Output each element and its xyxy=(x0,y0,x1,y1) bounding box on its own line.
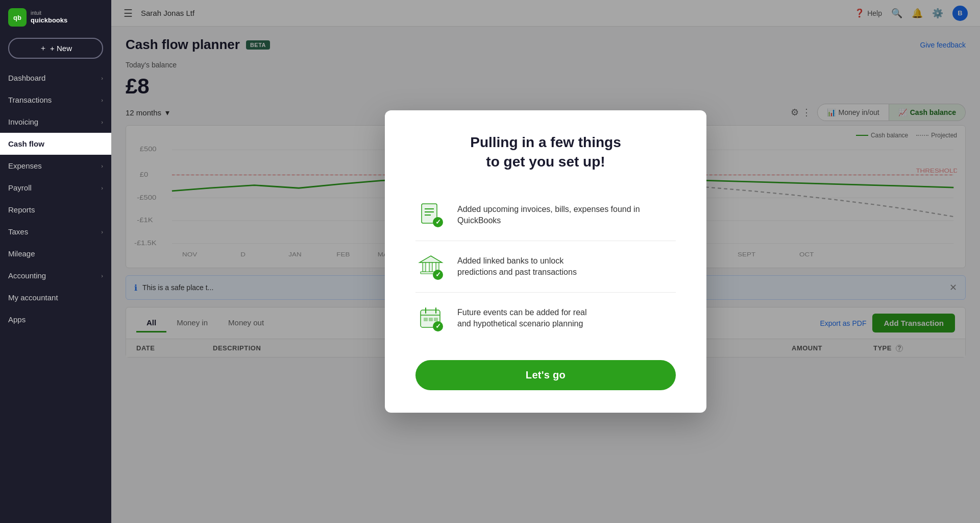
chevron-icon: › xyxy=(101,185,103,191)
modal-item-banks-text: Added linked banks to unlockpredictions … xyxy=(457,255,577,278)
chevron-icon: › xyxy=(101,163,103,169)
lets-go-button[interactable]: Let's go xyxy=(415,360,676,390)
svg-rect-47 xyxy=(434,318,438,321)
chevron-icon: › xyxy=(101,119,103,125)
sidebar-item-myaccountant[interactable]: My accountant xyxy=(0,287,111,308)
svg-rect-46 xyxy=(429,318,433,321)
sidebar-item-dashboard[interactable]: Dashboard › xyxy=(0,67,111,89)
sidebar-item-invoicing[interactable]: Invoicing › xyxy=(0,111,111,133)
chevron-icon: › xyxy=(101,273,103,279)
sidebar-item-apps[interactable]: Apps xyxy=(0,308,111,330)
svg-rect-36 xyxy=(429,263,432,272)
banks-icon: ✓ xyxy=(415,251,446,282)
sidebar-nav: Dashboard › Transactions › Invoicing › C… xyxy=(0,67,111,523)
svg-text:qb: qb xyxy=(13,14,21,21)
modal-items: ✓ Added upcoming invoices, bills, expens… xyxy=(415,189,676,344)
chevron-icon: › xyxy=(101,229,103,235)
svg-rect-35 xyxy=(423,263,426,272)
svg-rect-45 xyxy=(424,318,428,321)
sidebar-item-mileage[interactable]: Mileage xyxy=(0,243,111,265)
sidebar-item-reports[interactable]: Reports xyxy=(0,199,111,221)
modal-title: Pulling in a few thingsto get you set up… xyxy=(415,133,676,172)
invoices-icon: ✓ xyxy=(415,200,446,230)
logo: qb intuit quickbooks xyxy=(0,0,111,33)
sidebar-item-expenses[interactable]: Expenses › xyxy=(0,155,111,177)
modal: Pulling in a few thingsto get you set up… xyxy=(385,110,706,413)
svg-text:✓: ✓ xyxy=(435,218,441,226)
events-icon: ✓ xyxy=(415,303,446,334)
qb-logo-text: intuit quickbooks xyxy=(31,10,67,25)
modal-item-invoices: ✓ Added upcoming invoices, bills, expens… xyxy=(415,189,676,241)
chevron-icon: › xyxy=(101,75,103,81)
sidebar-item-payroll[interactable]: Payroll › xyxy=(0,177,111,199)
chevron-icon: › xyxy=(101,97,103,103)
sidebar-item-accounting[interactable]: Accounting › xyxy=(0,265,111,287)
plus-icon: ＋ xyxy=(39,43,47,53)
svg-marker-34 xyxy=(420,256,442,263)
svg-text:✓: ✓ xyxy=(435,271,441,278)
sidebar-item-transactions[interactable]: Transactions › xyxy=(0,89,111,111)
new-button[interactable]: ＋ + New xyxy=(8,38,103,59)
modal-item-events-text: Future events can be added for realand h… xyxy=(457,307,587,330)
modal-item-banks: ✓ Added linked banks to unlockprediction… xyxy=(415,241,676,293)
svg-text:✓: ✓ xyxy=(435,322,441,330)
sidebar-item-cashflow[interactable]: Cash flow xyxy=(0,133,111,155)
main-content: ☰ Sarah Jonas Ltf ❓ Help 🔍 🔔 ⚙️ B Cash f… xyxy=(111,0,980,523)
qb-logo-icon: qb xyxy=(8,8,27,27)
modal-overlay: Pulling in a few thingsto get you set up… xyxy=(111,0,980,523)
sidebar: qb intuit quickbooks ＋ + New Dashboard ›… xyxy=(0,0,111,523)
modal-item-invoices-text: Added upcoming invoices, bills, expenses… xyxy=(457,204,676,227)
modal-item-events: ✓ Future events can be added for realand… xyxy=(415,293,676,344)
sidebar-item-taxes[interactable]: Taxes › xyxy=(0,221,111,243)
